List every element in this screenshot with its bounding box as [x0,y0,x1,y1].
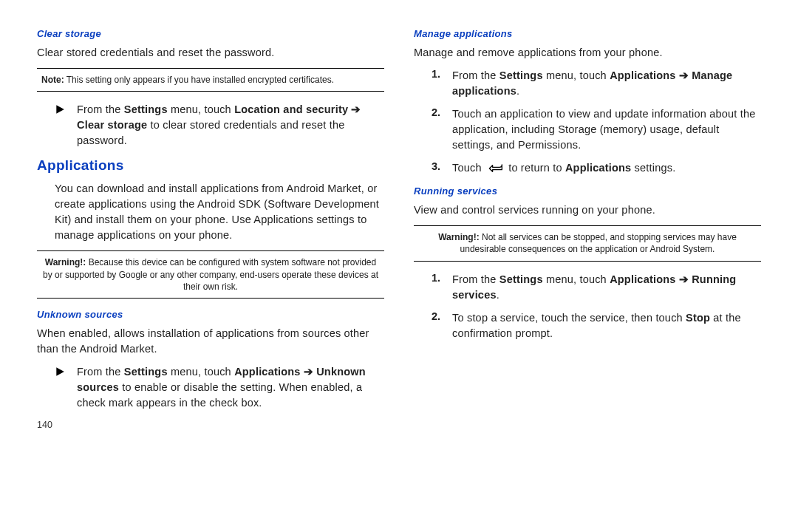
list-item: 3. Touch to return to Applications setti… [432,160,761,178]
t: Applications [234,366,304,378]
t: Location and security [234,103,351,115]
warn-text: Not all services can be stopped, and sto… [460,232,737,254]
svg-marker-0 [56,105,64,114]
t: To stop a service, touch the service, th… [452,312,686,324]
t: From the [452,69,499,81]
arrow-icon: ➔ [679,273,689,285]
list-item: 1. From the Settings menu, touch Applica… [432,68,761,99]
arrow-icon: ➔ [351,103,361,115]
t: . [497,289,499,301]
step-number: 1. [432,272,445,303]
note-clear-storage: Note: This setting only appears if you h… [37,68,384,92]
t: Settings [499,69,543,81]
list-item: 2. Touch an application to view and upda… [432,106,761,153]
manage-steps: 1. From the Settings menu, touch Applica… [432,68,761,178]
warning-applications: Warning!: Because this device can be con… [37,250,384,299]
t: Applications [565,162,631,174]
step-number: 3. [432,160,445,178]
heading-manage-apps: Manage applications [414,28,761,39]
left-column: Clear storage Clear stored credentials a… [37,28,384,517]
triangle-bullet-icon [55,102,69,117]
svg-marker-1 [56,367,64,376]
heading-unknown-sources: Unknown sources [37,309,384,320]
t: menu, touch [543,69,610,81]
running-steps: 1. From the Settings menu, touch Applica… [432,272,761,341]
warn-prefix: Warning!: [438,232,480,242]
heading-clear-storage: Clear storage [37,28,384,39]
t: Applications [610,273,679,285]
t: From the [77,366,124,378]
warn-prefix: Warning!: [45,257,86,267]
back-return-icon [487,163,503,178]
manage-intro: Manage and remove applications from your… [414,45,761,61]
arrow-icon: ➔ [679,69,689,81]
list-item: 2. To stop a service, touch the service,… [432,310,761,341]
t: Applications [610,69,679,81]
t: menu, touch [168,366,234,378]
right-column: Manage applications Manage and remove ap… [414,28,761,517]
step-number: 2. [432,106,445,153]
t: From the [452,273,499,285]
t: From the [77,103,124,115]
manual-page: Clear storage Clear stored credentials a… [0,0,798,532]
t: to return to [505,162,565,174]
list-item: 1. From the Settings menu, touch Applica… [432,272,761,303]
t: Settings [499,273,543,285]
arrow-icon: ➔ [304,366,313,378]
t: Settings [124,103,168,115]
applications-intro: You can download and install application… [55,181,384,243]
note-text: This setting only appears if you have in… [64,75,334,85]
unknown-intro: When enabled, allows installation of app… [37,326,384,357]
t: Touch [452,162,485,174]
t: menu, touch [168,103,234,115]
step-text: Touch an application to view and update … [452,106,761,153]
triangle-bullet-icon [55,364,69,380]
t: menu, touch [543,273,610,285]
unknown-step-text: From the Settings menu, touch Applicatio… [77,364,384,411]
unknown-step: From the Settings menu, touch Applicatio… [37,364,384,411]
t: Clear storage [77,119,147,131]
step-number: 1. [432,68,445,99]
t: to enable or disable the setting. When e… [77,381,362,409]
warning-running: Warning!: Not all services can be stoppe… [414,225,761,261]
step-text: Touch to return to Applications settings… [452,160,761,178]
heading-running-services: Running services [414,185,761,197]
step-text: From the Settings menu, touch Applicatio… [452,68,761,99]
running-intro: View and control services running on you… [414,202,761,218]
t: Stop [686,312,710,324]
warn-text: Because this device can be configured wi… [43,257,378,291]
step-text: To stop a service, touch the service, th… [452,310,761,341]
clear-storage-intro: Clear stored credentials and reset the p… [37,45,384,61]
clear-storage-step-text: From the Settings menu, touch Location a… [77,102,384,149]
t: . [516,85,519,97]
page-number: 140 [37,420,384,430]
step-number: 2. [432,310,445,341]
t: settings. [631,162,675,174]
step-text: From the Settings menu, touch Applicatio… [452,272,761,303]
t: Settings [124,366,168,378]
heading-applications: Applications [37,157,384,174]
note-prefix: Note: [41,75,64,85]
clear-storage-step: From the Settings menu, touch Location a… [37,102,384,149]
